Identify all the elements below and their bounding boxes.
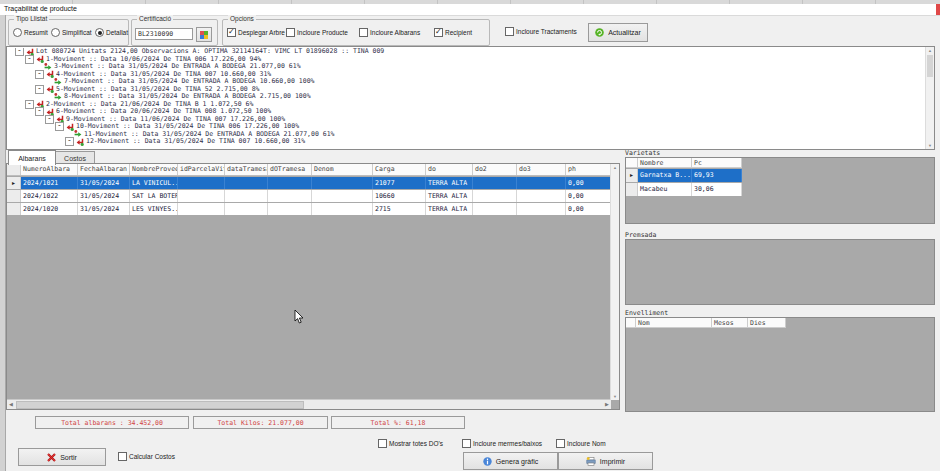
window-title: Traçabilitat de producte bbox=[4, 5, 77, 12]
scroll-up-icon[interactable]: ▲ bbox=[611, 164, 619, 171]
column-header-Pc[interactable]: Pc bbox=[692, 158, 742, 168]
refresh-icon bbox=[595, 28, 604, 37]
checkbox-box bbox=[286, 28, 295, 37]
column-header-idParcelaViti[interactable]: idParcelaViti bbox=[178, 164, 225, 175]
table-cell: 31/05/2024 bbox=[78, 190, 130, 202]
table-cell bbox=[517, 203, 566, 215]
premsada-grid bbox=[625, 239, 935, 305]
table-cell: 2715 bbox=[373, 203, 426, 215]
opcions-label: Opcions bbox=[228, 15, 256, 22]
scroll-left-icon[interactable]: ◀ bbox=[7, 400, 15, 408]
varietats-row[interactable]: ▸Garnatxa B...69,93 bbox=[626, 169, 743, 182]
column-header-do3[interactable]: do3 bbox=[517, 164, 566, 175]
tree-collapse-toggle[interactable]: - bbox=[25, 100, 34, 109]
checkbox-label: Incloure Producte bbox=[297, 29, 348, 36]
albarans-vertical-scrollbar[interactable]: ▲ ▼ bbox=[610, 164, 619, 400]
column-header-NumeroAlbara[interactable]: NumeroAlbara bbox=[21, 164, 78, 175]
tree-collapse-toggle[interactable]: - bbox=[35, 70, 44, 79]
radio-detallat[interactable]: Detallat bbox=[95, 28, 128, 37]
sortir-label: Sortir bbox=[60, 454, 77, 461]
scroll-down-icon[interactable]: ▼ bbox=[611, 393, 619, 400]
checkbox-box bbox=[359, 28, 368, 37]
tree-collapse-toggle[interactable]: - bbox=[35, 85, 44, 94]
actualitzar-button[interactable]: Actualitzar bbox=[588, 23, 648, 42]
window-accent bbox=[936, 4, 940, 15]
opcions-checkbox-3[interactable]: Recipient bbox=[434, 28, 472, 37]
tab-albarans[interactable]: Albarans bbox=[8, 150, 56, 165]
column-header-Nom[interactable]: Nom bbox=[636, 318, 712, 328]
table-cell: 21077 bbox=[373, 177, 426, 189]
checkbox-label: Calcular Costos bbox=[129, 453, 175, 460]
certificacio-input[interactable] bbox=[135, 28, 193, 40]
radio-resumit[interactable]: Resumit bbox=[13, 28, 48, 37]
column-header-dOTramesa[interactable]: dOTramesa bbox=[268, 164, 312, 175]
printer-icon bbox=[586, 457, 596, 466]
total-albarans: Total albarans : 34.452,00 bbox=[35, 416, 189, 429]
radio-label: Simplificat bbox=[62, 29, 92, 36]
genera-grafic-button[interactable]: Genera gràfic bbox=[463, 452, 558, 470]
certificacio-browse-button[interactable] bbox=[196, 27, 212, 42]
column-header-ph[interactable]: ph bbox=[566, 164, 611, 175]
table-cell: TERRA ALTA bbox=[426, 203, 473, 215]
table-cell: 0,00 bbox=[566, 190, 611, 202]
tree-vertical-scrollbar[interactable]: ▲ ▼ bbox=[925, 47, 934, 149]
opcions-checkbox-1[interactable]: Incloure Producte bbox=[286, 28, 348, 37]
incloure-tractaments-checkbox[interactable]: Incloure Tractaments bbox=[505, 27, 577, 36]
calcular-costos-checkbox[interactable]: Calcular Costos bbox=[118, 452, 175, 461]
table-row[interactable]: ▸2024/102131/05/2024LA VINICUL...21077TE… bbox=[7, 177, 611, 189]
table-cell: LA VINICUL... bbox=[130, 177, 178, 189]
tree-collapse-toggle[interactable]: - bbox=[25, 55, 34, 64]
column-header-Denom[interactable]: Denom bbox=[312, 164, 373, 175]
column-header-Carga[interactable]: Carga bbox=[373, 164, 426, 175]
scroll-thumb[interactable] bbox=[927, 55, 933, 77]
column-header-do[interactable]: do bbox=[426, 164, 473, 175]
table-cell bbox=[473, 203, 517, 215]
row-marker bbox=[626, 183, 638, 196]
column-header-Nombre[interactable]: Nombre bbox=[638, 158, 692, 168]
table-cell: TERRA ALTA bbox=[426, 190, 473, 202]
varietats-grid-body: NombrePc▸Garnatxa B...69,93Macabeu30,06 bbox=[626, 158, 934, 196]
scroll-up-icon[interactable]: ▲ bbox=[926, 47, 934, 54]
scroll-thumb[interactable] bbox=[16, 401, 304, 409]
column-header-Dies[interactable]: Dies bbox=[748, 318, 786, 328]
tree-collapse-toggle[interactable]: - bbox=[45, 115, 54, 124]
checkbox-box bbox=[462, 439, 471, 448]
envelliment-label: Envelliment bbox=[625, 309, 668, 317]
table-cell: 2024/1022 bbox=[21, 190, 78, 202]
table-cell bbox=[517, 177, 566, 189]
table-cell bbox=[178, 177, 225, 189]
tree-collapse-toggle[interactable]: - bbox=[65, 137, 74, 146]
radio-simplificat[interactable]: Simplificat bbox=[51, 28, 92, 37]
table-cell bbox=[268, 177, 312, 189]
column-header-Mesos[interactable]: Mesos bbox=[712, 318, 748, 328]
opcions-checkbox-2[interactable]: Incloure Albarans bbox=[359, 28, 420, 37]
albarans-grid: NumeroAlbaraFechaAlbaranNombreProveeoidP… bbox=[6, 163, 620, 410]
radio-circle-icon bbox=[95, 28, 104, 37]
sortir-button[interactable]: Sortir bbox=[18, 448, 106, 466]
opcions-checkbox-0[interactable]: Desplegar Arbre bbox=[227, 28, 285, 37]
varietats-row[interactable]: Macabeu30,06 bbox=[626, 183, 743, 196]
incloure-mermes-checkbox[interactable]: Incloure mermes/baixos bbox=[462, 439, 542, 448]
mostrar-totes-dos-checkbox[interactable]: Mostrar totes DO's bbox=[378, 439, 443, 448]
column-header-FechaAlbaran[interactable]: FechaAlbaran bbox=[78, 164, 130, 175]
column-header-do2[interactable]: do2 bbox=[473, 164, 517, 175]
tree-node[interactable]: -12-Moviment :: Data 31/05/2024 De TINA … bbox=[7, 138, 926, 146]
albarans-grid-body: NumeroAlbaraFechaAlbaranNombreProveeoidP… bbox=[7, 164, 611, 400]
tree-collapse-toggle[interactable]: - bbox=[35, 107, 44, 116]
incloure-nom-checkbox[interactable]: Incloure Nom bbox=[556, 439, 606, 448]
imprimir-button[interactable]: Imprimir bbox=[558, 452, 653, 470]
radio-circle-icon bbox=[13, 28, 22, 37]
varietats-cell: Macabeu bbox=[638, 183, 692, 196]
table-cell: 31/05/2024 bbox=[78, 177, 130, 189]
scroll-down-icon[interactable]: ▼ bbox=[926, 142, 934, 149]
column-header-NombreProveeo[interactable]: NombreProveeo bbox=[130, 164, 178, 175]
table-row[interactable]: 2024/102231/05/2024SAT LA BOTERA10660TER… bbox=[7, 190, 611, 202]
albarans-horizontal-scrollbar[interactable]: ◀ ▶ bbox=[7, 399, 611, 409]
tree-collapse-toggle[interactable]: - bbox=[55, 122, 64, 131]
genera-grafic-label: Genera gràfic bbox=[496, 458, 538, 465]
table-row[interactable]: 2024/102031/05/2024LES VINYES...2715TERR… bbox=[7, 203, 611, 215]
tree-collapse-toggle[interactable]: - bbox=[15, 48, 24, 56]
checkbox-box bbox=[505, 27, 514, 36]
column-header-dataTramesa[interactable]: dataTramesa bbox=[225, 164, 268, 175]
scroll-right-icon[interactable]: ▶ bbox=[603, 400, 611, 408]
